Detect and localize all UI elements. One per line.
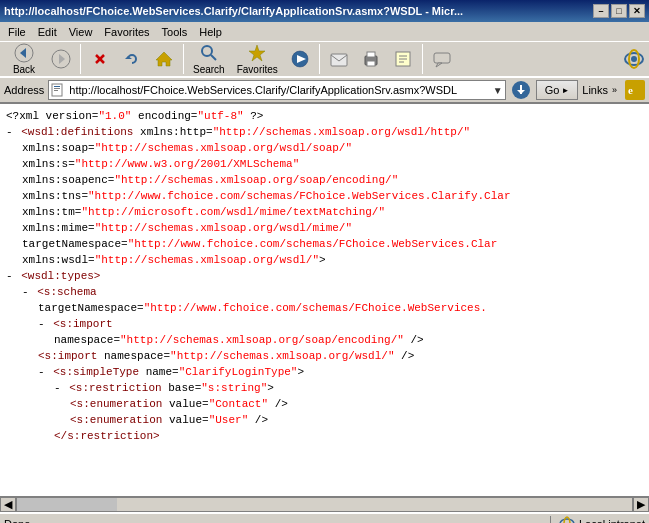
xml-scroll-content: <?xml version="1.0" encoding="utf-8" ?> … xyxy=(6,108,649,444)
edit-icon xyxy=(393,49,413,69)
xml-line-enum-user: <s:enumeration value="User" /> xyxy=(6,412,649,428)
toolbar-separator-1 xyxy=(80,44,81,74)
xml-line-target-ns: targetNamespace="http://www.fchoice.com/… xyxy=(6,236,649,252)
menu-help[interactable]: Help xyxy=(193,24,228,40)
xml-line-schema-target-ns: targetNamespace="http://www.fchoice.com/… xyxy=(6,300,649,316)
media-icon xyxy=(290,49,310,69)
back-label: Back xyxy=(13,64,35,75)
toolbar-separator-3 xyxy=(319,44,320,74)
menu-file[interactable]: File xyxy=(2,24,32,40)
discuss-button[interactable] xyxy=(427,46,457,73)
toolbar: Back Search xyxy=(0,42,649,78)
go-arrow-icon: ► xyxy=(561,86,569,95)
address-input[interactable] xyxy=(69,81,490,99)
xml-line-xmlns-tm: xmlns:tm="http://microsoft.com/wsdl/mime… xyxy=(6,204,649,220)
minimize-button[interactable]: – xyxy=(593,4,609,18)
forward-button[interactable] xyxy=(46,46,76,73)
xml-line-xmlns-s: xmlns:s="http://www.w3.org/2001/XMLSchem… xyxy=(6,156,649,172)
back-icon xyxy=(14,43,34,63)
print-button[interactable] xyxy=(356,46,386,73)
svg-point-27 xyxy=(631,56,637,62)
collapse-wsdl-types[interactable]: - xyxy=(6,270,13,282)
h-scroll-track[interactable] xyxy=(16,497,633,512)
svg-rect-31 xyxy=(54,90,58,91)
discuss-icon xyxy=(432,49,452,69)
media-button[interactable] xyxy=(285,46,315,73)
status-zone: Local intranet xyxy=(550,516,645,523)
address-label: Address xyxy=(4,84,44,96)
page-icon xyxy=(51,83,67,97)
xml-line-end-restriction: </s:restriction> xyxy=(6,428,649,444)
svg-marker-9 xyxy=(156,52,172,66)
forward-icon xyxy=(51,49,71,69)
xml-line-s-import-1: - <s:import xyxy=(6,316,649,332)
horizontal-scrollbar[interactable]: ◀ ▶ xyxy=(0,496,649,512)
svg-point-38 xyxy=(564,517,570,523)
mail-button[interactable] xyxy=(324,46,354,73)
toolbar-separator-4 xyxy=(422,44,423,74)
xml-line-wsdl-definitions: - <wsdl:definitions xmlns:http="http://s… xyxy=(6,124,649,140)
h-scroll-thumb[interactable] xyxy=(17,498,117,511)
search-button[interactable]: Search xyxy=(188,40,230,78)
xml-content-area[interactable]: <?xml version="1.0" encoding="utf-8" ?> … xyxy=(0,104,649,496)
home-button[interactable] xyxy=(149,46,179,73)
svg-rect-17 xyxy=(367,52,375,57)
toolbar-logo-icon: e xyxy=(625,80,645,100)
edit-button[interactable] xyxy=(388,46,418,73)
h-scroll-right-btn[interactable]: ▶ xyxy=(633,497,649,512)
links-button[interactable]: Links xyxy=(582,84,608,96)
ie-logo xyxy=(623,48,645,70)
back-button[interactable]: Back xyxy=(4,40,44,78)
xml-line-xmlns-soapenc: xmlns:soapenc="http://schemas.xmlsoap.or… xyxy=(6,172,649,188)
xml-line-xmlns-wsdl: xmlns:wsdl="http://schemas.xmlsoap.org/w… xyxy=(6,252,649,268)
refresh-icon xyxy=(122,49,142,69)
xml-line-s-simpletype: - <s:simpleType name="ClarifyLoginType"> xyxy=(6,364,649,380)
window-title: http://localhost/FChoice.WebServices.Cla… xyxy=(4,5,593,17)
favorites-button[interactable]: Favorites xyxy=(232,40,283,78)
stop-button[interactable] xyxy=(85,46,115,73)
xml-line-s-schema: - <s:schema xyxy=(6,284,649,300)
svg-marker-24 xyxy=(436,63,442,67)
svg-rect-29 xyxy=(54,86,60,87)
svg-point-10 xyxy=(202,46,212,56)
xml-line-enum-contact: <s:enumeration value="Contact" /> xyxy=(6,396,649,412)
menu-view[interactable]: View xyxy=(63,24,99,40)
collapse-s-import-1[interactable]: - xyxy=(38,318,45,330)
title-bar: http://localhost/FChoice.WebServices.Cla… xyxy=(0,0,649,22)
links-chevron-icon: » xyxy=(612,85,617,95)
svg-rect-23 xyxy=(434,53,450,63)
collapse-s-simpletype[interactable]: - xyxy=(38,366,45,378)
xml-line-wsdl-types: - <wsdl:types> xyxy=(6,268,649,284)
go-label: Go xyxy=(545,84,560,96)
print-icon xyxy=(361,49,381,69)
address-input-wrap[interactable]: ▼ xyxy=(48,80,505,100)
favorites-icon xyxy=(247,43,267,63)
address-go-arrow-icon xyxy=(511,80,531,100)
xml-line-xmlns-soap: xmlns:soap="http://schemas.xmlsoap.org/w… xyxy=(6,140,649,156)
svg-point-37 xyxy=(560,519,574,523)
svg-rect-18 xyxy=(367,61,375,66)
menu-edit[interactable]: Edit xyxy=(32,24,63,40)
address-dropdown-icon[interactable]: ▼ xyxy=(493,85,503,96)
search-label: Search xyxy=(193,64,225,75)
collapse-s-restriction[interactable]: - xyxy=(54,382,61,394)
go-button[interactable]: Go ► xyxy=(536,80,579,100)
home-icon xyxy=(154,49,174,69)
window-controls[interactable]: – □ ✕ xyxy=(593,4,645,18)
xml-line-xmlns-tns: xmlns:tns="http://www.fchoice.com/schema… xyxy=(6,188,649,204)
menu-tools[interactable]: Tools xyxy=(156,24,194,40)
close-button[interactable]: ✕ xyxy=(629,4,645,18)
refresh-button[interactable] xyxy=(117,46,147,73)
collapse-wsdl-definitions[interactable]: - xyxy=(6,126,13,138)
zone-label: Local intranet xyxy=(579,518,645,523)
xml-line-prolog: <?xml version="1.0" encoding="utf-8" ?> xyxy=(6,108,649,124)
collapse-s-schema[interactable]: - xyxy=(22,286,29,298)
menu-favorites[interactable]: Favorites xyxy=(98,24,155,40)
address-bar: Address ▼ Go ► Links » e xyxy=(0,78,649,104)
favorites-label: Favorites xyxy=(237,64,278,75)
svg-line-11 xyxy=(211,55,216,60)
maximize-button[interactable]: □ xyxy=(611,4,627,18)
h-scroll-left-btn[interactable]: ◀ xyxy=(0,497,16,512)
xml-line-s-import-2: <s:import namespace="http://schemas.xmls… xyxy=(6,348,649,364)
stop-icon xyxy=(90,49,110,69)
